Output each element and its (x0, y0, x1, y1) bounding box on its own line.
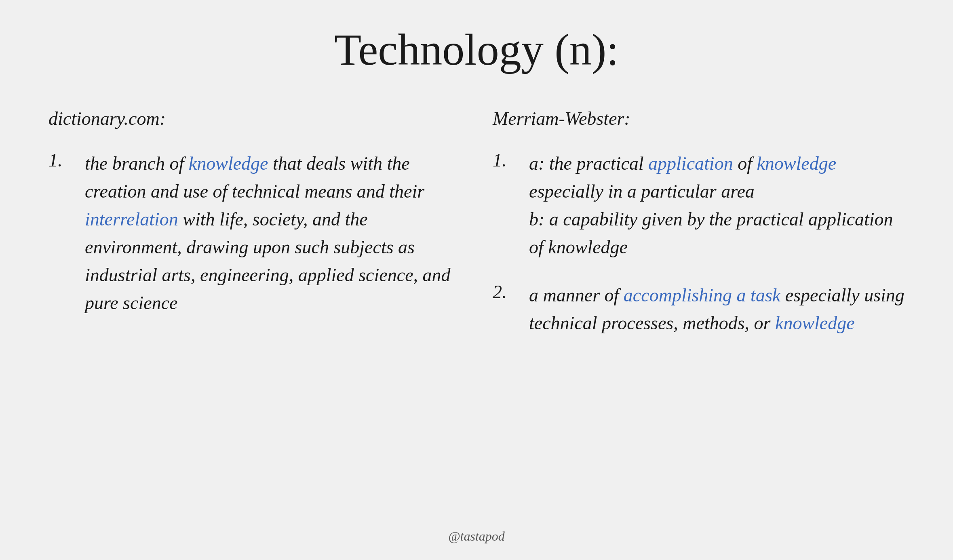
highlight-knowledge-2: knowledge (757, 153, 836, 174)
highlight-interrelation: interrelation (85, 209, 178, 229)
def-number: 1. (48, 149, 73, 171)
right-definitions-list: 1. a: the practical application of knowl… (493, 149, 905, 337)
highlight-knowledge-1: knowledge (189, 153, 268, 174)
slide: Technology (n): dictionary.com: 1. the b… (0, 0, 953, 560)
right-column: Merriam-Webster: 1. a: the practical app… (493, 108, 905, 536)
highlight-accomplishing: accomplishing a task (624, 285, 780, 305)
list-item: 2. a manner of accomplishing a task espe… (493, 281, 905, 337)
def-text: a: the practical application of knowledg… (529, 149, 905, 261)
list-item: 1. a: the practical application of knowl… (493, 149, 905, 261)
right-source-label: Merriam-Webster: (493, 108, 905, 129)
left-definitions-list: 1. the branch of knowledge that deals wi… (48, 149, 460, 317)
slide-title: Technology (n): (334, 24, 619, 76)
def-number: 2. (493, 281, 517, 303)
highlight-application: application (648, 153, 733, 174)
footer-attribution: @tastapod (448, 529, 505, 544)
def-text: the branch of knowledge that deals with … (85, 149, 460, 317)
def-number: 1. (493, 149, 517, 171)
left-column: dictionary.com: 1. the branch of knowled… (48, 108, 460, 536)
highlight-knowledge-3: knowledge (775, 313, 855, 333)
def-text: a manner of accomplishing a task especia… (529, 281, 905, 337)
list-item: 1. the branch of knowledge that deals wi… (48, 149, 460, 317)
left-source-label: dictionary.com: (48, 108, 460, 129)
content-columns: dictionary.com: 1. the branch of knowled… (48, 108, 905, 536)
